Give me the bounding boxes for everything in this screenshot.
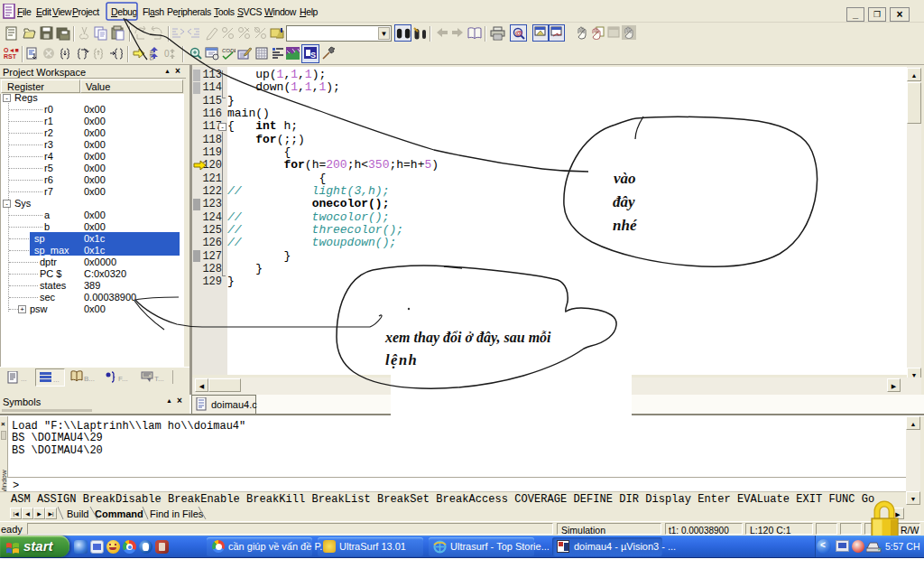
svg-text:CODE: CODE <box>222 48 236 53</box>
svg-text:S: S <box>310 51 316 60</box>
svg-text:@: @ <box>515 29 522 37</box>
svg-text:0: 0 <box>164 49 170 59</box>
